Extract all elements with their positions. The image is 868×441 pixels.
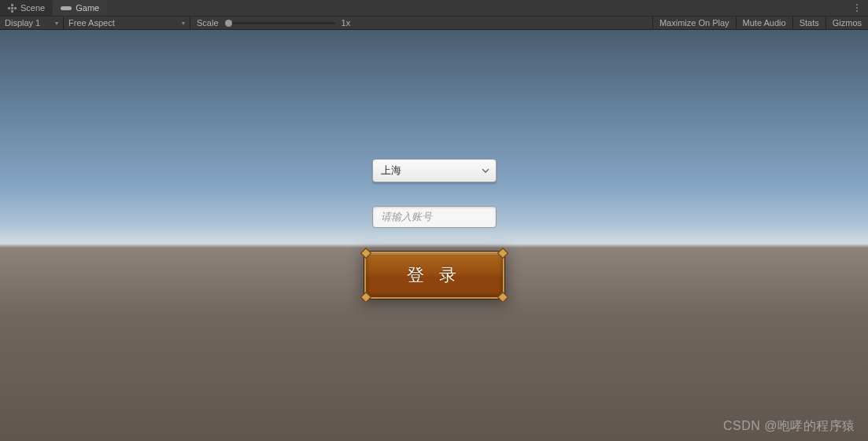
- mute-label: Mute Audio: [743, 18, 786, 28]
- game-icon: [61, 5, 72, 12]
- svg-rect-1: [11, 4, 13, 6]
- mute-audio-button[interactable]: Mute Audio: [736, 17, 792, 29]
- tab-bar: Scene Game: [0, 0, 868, 16]
- login-form: 上海 登 录: [364, 159, 504, 299]
- kebab-menu-icon[interactable]: [851, 0, 863, 16]
- tab-scene[interactable]: Scene: [0, 0, 53, 16]
- stats-button[interactable]: Stats: [792, 17, 826, 29]
- game-toolbar: Display 1 ▾ Free Aspect ▾ Scale 1x Maxim…: [0, 16, 868, 30]
- svg-rect-4: [11, 10, 13, 13]
- login-button[interactable]: 登 录: [364, 252, 504, 299]
- chevron-down-icon: [482, 168, 489, 173]
- gizmos-label: Gizmos: [833, 18, 862, 28]
- aspect-dropdown[interactable]: Free Aspect ▾: [64, 17, 190, 29]
- scale-label: Scale: [197, 18, 219, 28]
- scale-control: Scale 1x: [190, 17, 356, 29]
- display-label: Display 1: [5, 18, 40, 28]
- chevron-down-icon: ▾: [55, 20, 58, 27]
- svg-point-6: [61, 6, 65, 10]
- aspect-label: Free Aspect: [68, 18, 115, 28]
- maximize-label: Maximize On Play: [659, 18, 729, 28]
- gizmos-button[interactable]: Gizmos: [826, 17, 868, 29]
- svg-rect-2: [11, 7, 13, 9]
- svg-point-7: [67, 6, 71, 10]
- username-field-wrapper: [372, 206, 497, 228]
- watermark-text: CSDN @咆哮的程序猿: [723, 418, 855, 435]
- maximize-on-play-button[interactable]: Maximize On Play: [652, 17, 736, 29]
- city-dropdown[interactable]: 上海: [372, 159, 497, 182]
- slider-thumb[interactable]: [225, 20, 232, 27]
- username-input[interactable]: [381, 211, 488, 222]
- stats-label: Stats: [800, 18, 819, 28]
- tab-game[interactable]: Game: [53, 0, 107, 16]
- svg-rect-0: [8, 7, 10, 9]
- tab-scene-label: Scene: [20, 3, 45, 13]
- scene-icon: [8, 4, 17, 13]
- tab-game-label: Game: [76, 3, 99, 13]
- login-label: 登 录: [364, 252, 504, 299]
- scale-slider[interactable]: [225, 22, 335, 24]
- display-dropdown[interactable]: Display 1 ▾: [0, 17, 63, 29]
- svg-rect-3: [14, 7, 17, 9]
- scale-value: 1x: [342, 18, 351, 28]
- city-selected-label: 上海: [381, 164, 401, 178]
- game-viewport: 上海 登 录 CSDN @咆哮的程序猿: [0, 30, 868, 441]
- chevron-down-icon: ▾: [182, 20, 185, 27]
